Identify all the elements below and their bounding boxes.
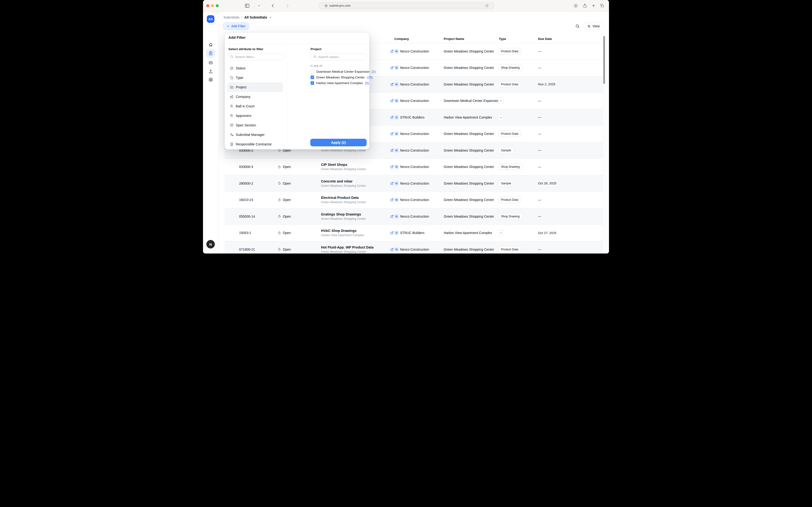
project-cell: Downtown Medical Center Expansion (444, 93, 499, 109)
breadcrumb-section[interactable]: Submittals (224, 15, 240, 19)
table-row[interactable]: 16010-23OpenElectrical Product DataGreen… (225, 192, 603, 208)
table-row[interactable]: 033000-3OpenCIP Steel ShopsGreen Meadows… (225, 159, 603, 175)
external-link-icon[interactable] (390, 165, 394, 169)
column-header-project-name: Project Name (444, 36, 464, 43)
book-open-icon (230, 123, 234, 127)
table-row[interactable]: 055000-14OpenGratings Shop DrawingsGreen… (225, 208, 603, 225)
external-link-icon[interactable] (390, 181, 394, 185)
type-cell: Product Data (498, 43, 521, 60)
table-row[interactable]: 280000-2OpenConcrete and rebarGreen Mead… (225, 175, 603, 192)
user-cog-icon (230, 133, 234, 136)
type-cell: Product Data (498, 126, 521, 142)
filter-attribute-type[interactable]: Type (228, 73, 283, 82)
workspace-avatar[interactable]: AS (207, 15, 214, 23)
filter-attribute-spec-section[interactable]: Spec Section (228, 120, 283, 130)
table-row[interactable]: 071800-21OpenHot Fluid-App. WP Product D… (225, 241, 603, 254)
check-circle-icon (230, 66, 234, 70)
external-link-icon[interactable] (390, 198, 394, 202)
external-link-icon[interactable] (390, 49, 394, 53)
back-button[interactable] (270, 3, 275, 8)
minimize-window-button[interactable] (211, 4, 214, 7)
scrollbar-thumb[interactable] (603, 36, 605, 84)
value-option[interactable]: Green Meadows Shopping Center(25) (311, 74, 368, 80)
external-link-icon[interactable] (390, 215, 394, 218)
due-date-cell: — (538, 109, 541, 126)
status-cell: Open (277, 208, 291, 225)
filter-attribute-submittal-manager[interactable]: Submittal Manager (228, 130, 283, 139)
project-cell: Green Meadows Shopping Center (444, 76, 494, 93)
apply-button[interactable]: Apply (2) (310, 139, 367, 146)
company-name: Nexco Construction (400, 247, 429, 251)
tab-overview-icon[interactable] (600, 4, 604, 8)
company-cell: NNexco Construction (394, 126, 429, 142)
checkbox-checked[interactable] (311, 75, 314, 79)
sidebar-toggle-icon[interactable] (245, 3, 250, 8)
filter-attribute-responsible-contractor[interactable]: Responsible Contractor (228, 139, 283, 149)
status-badge: Open (283, 181, 291, 185)
sidebar-item-home[interactable] (206, 40, 215, 49)
submittal-ref: 15053-1 (239, 225, 251, 241)
external-link-icon[interactable] (390, 132, 394, 136)
type-cell: – (498, 109, 504, 126)
checkbox-unchecked[interactable] (311, 70, 314, 73)
value-option[interactable]: Downtown Medical Center Expansion(2) (311, 69, 368, 74)
add-filter-popover: Add Filter Select attribute to filter St… (225, 33, 369, 150)
add-filter-button[interactable]: Add Filter (223, 22, 249, 30)
type-badge: Shop Drawing (498, 163, 522, 170)
external-link-icon[interactable] (390, 82, 394, 86)
filter-attribute-company[interactable]: Company (228, 92, 283, 102)
type-badge: Product Data (498, 246, 521, 253)
address-bar[interactable]: submit-pro.com (319, 2, 494, 9)
filter-search-field[interactable] (228, 53, 283, 60)
sidebar-item-upload[interactable] (206, 67, 215, 76)
value-option[interactable]: Harbor View Apartment Complex(5) (311, 80, 368, 86)
due-date-cell: — (538, 159, 541, 175)
downloads-icon[interactable] (574, 4, 578, 8)
external-link-icon[interactable] (390, 149, 394, 152)
user-avatar[interactable]: N (206, 240, 215, 248)
share-icon[interactable] (583, 3, 587, 8)
search-icon[interactable] (575, 24, 579, 28)
sidebar-item-submittals[interactable] (206, 49, 215, 58)
chevron-down-icon[interactable] (258, 4, 260, 7)
filter-attribute-label: Approvers (236, 114, 251, 118)
zoom-window-button[interactable] (216, 4, 219, 7)
company-name: Nexco Construction (400, 99, 429, 103)
value-search-field[interactable] (311, 53, 367, 60)
column-header-due-date: Due Date (538, 36, 552, 43)
forward-button[interactable] (285, 3, 290, 8)
timer-icon (277, 165, 281, 169)
user-check-icon (230, 114, 234, 118)
ref-number: 071800-21 (239, 247, 255, 251)
checkbox-checked[interactable] (311, 81, 314, 85)
timer-icon (277, 215, 281, 218)
external-link-icon[interactable] (390, 231, 394, 235)
filter-attribute-project[interactable]: Project (228, 82, 283, 92)
value-search-input[interactable] (318, 53, 365, 60)
new-tab-icon[interactable] (591, 4, 596, 8)
gear-icon (208, 77, 213, 82)
due-date-cell: — (538, 126, 541, 142)
refresh-icon[interactable] (485, 4, 489, 8)
submittal-ref: 071800-21 (239, 241, 255, 254)
external-link-icon[interactable] (390, 66, 394, 70)
sidebar-item-projects[interactable] (206, 58, 215, 67)
breadcrumb-current[interactable]: All Submittals (244, 15, 267, 19)
filter-attribute-status[interactable]: Status (228, 63, 283, 73)
chevron-down-icon[interactable] (269, 16, 272, 19)
sidebar-item-settings[interactable] (206, 75, 215, 84)
filter-search-input[interactable] (235, 53, 282, 60)
due-date: — (538, 132, 541, 136)
close-window-button[interactable] (206, 4, 209, 7)
company-name: Nexco Construction (400, 132, 429, 136)
external-link-icon[interactable] (390, 115, 394, 119)
external-link-icon[interactable] (390, 99, 394, 103)
filter-attribute-ball-in-court[interactable]: Ball in Court (228, 102, 283, 111)
plus-icon (227, 25, 230, 28)
filter-attribute-approvers[interactable]: Approvers (228, 111, 283, 120)
external-link-icon[interactable] (390, 247, 394, 251)
submittal-title: Concrete and rebar (321, 179, 353, 183)
view-button[interactable]: View (583, 22, 604, 30)
value-options: Downtown Medical Center Expansion(2)Gree… (311, 69, 368, 86)
table-row[interactable]: 15053-1OpenHVAC Shop DrawingsHarbor View… (225, 225, 603, 241)
